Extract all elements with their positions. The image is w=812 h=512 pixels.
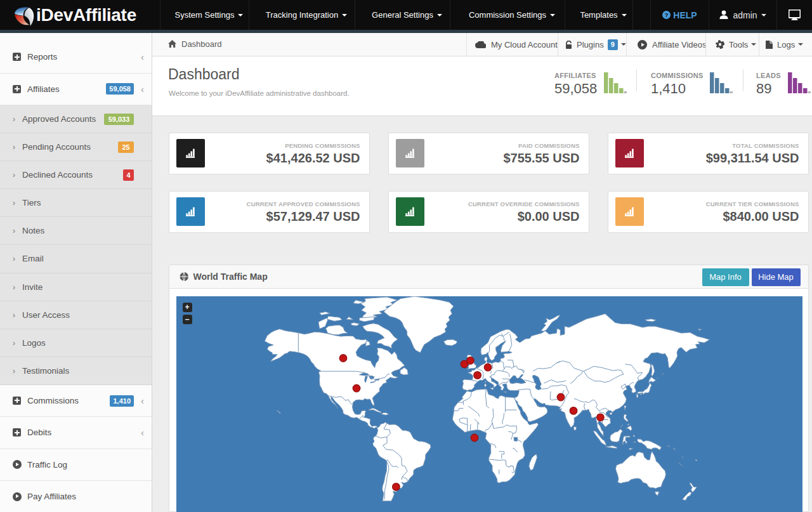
- svg-text:?: ?: [665, 12, 669, 18]
